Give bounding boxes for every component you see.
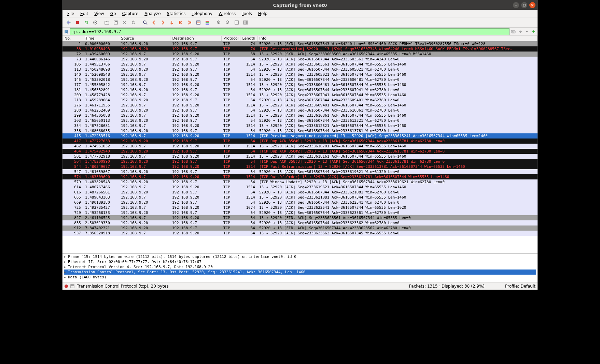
details-tree-item[interactable]: ▸ Ethernet II, Src: 02:00:00:77:77:77, D… (64, 259, 536, 264)
find-button[interactable] (141, 18, 149, 27)
capture-options-button[interactable] (91, 18, 99, 27)
zoom-reset-button[interactable] (233, 18, 241, 27)
packet-row[interactable]: 6651.489643363192.168.9.7192.168.9.20TCP… (62, 195, 538, 200)
packet-row[interactable]: 4151.472253516192.168.9.7192.168.9.20TCP… (62, 133, 538, 139)
bookmark-filter-icon[interactable] (63, 29, 69, 35)
packet-row[interactable]: 5041.478200990192.168.9.20192.168.9.7TCP… (62, 159, 538, 164)
go-forward-button[interactable] (159, 18, 167, 27)
expert-info-icon[interactable] (65, 285, 68, 288)
auto-scroll-button[interactable] (194, 18, 203, 27)
packet-row[interactable]: 10.000000000192.168.9.20192.168.9.7TCP74… (62, 41, 538, 47)
capture-file-icon[interactable] (70, 284, 75, 289)
packet-row[interactable]: 3541.467528681192.168.9.7192.168.9.20TCP… (62, 123, 538, 128)
packet-row[interactable]: 2131.459289684192.168.9.20192.168.9.7TCP… (62, 98, 538, 103)
packet-row[interactable]: 3031.465050113192.168.9.20192.168.9.7TCP… (62, 118, 538, 123)
packet-row[interactable]: 2991.464505088192.168.9.7192.168.9.20TCP… (62, 113, 538, 118)
restart-capture-button[interactable] (82, 18, 90, 27)
packet-row[interactable]: 731.440086146192.168.9.20192.168.9.7TCP5… (62, 57, 538, 62)
packet-row[interactable]: 5741.483309690192.168.9.7192.168.9.20TCP… (62, 174, 538, 179)
zoom-out-button[interactable] (224, 18, 232, 27)
expand-icon[interactable]: ▸ (64, 265, 68, 269)
packet-row[interactable]: 6161.487266561192.168.9.20192.168.9.7TCP… (62, 190, 538, 195)
close-button[interactable] (529, 2, 535, 8)
packet-row[interactable]: 4171.472727033192.168.9.20192.168.9.7TCP… (62, 139, 538, 144)
menu-go[interactable]: Go (108, 11, 119, 17)
packet-row[interactable]: 5441.480549677192.168.9.7192.168.9.20TCP… (62, 164, 538, 169)
go-last-button[interactable] (185, 18, 194, 27)
go-back-button[interactable] (150, 18, 158, 27)
details-tree-item[interactable]: ▸ Frame 415: 1514 bytes on wire (12112 b… (64, 254, 536, 259)
column-header-protocol[interactable]: Protocol (221, 36, 240, 41)
packet-row[interactable]: 6141.486767486192.168.9.7192.168.9.20TCP… (62, 185, 538, 190)
zoom-in-button[interactable] (215, 18, 223, 27)
menu-file[interactable]: File (65, 11, 77, 17)
packet-row[interactable]: 1771.455805842192.168.9.7192.168.9.20TCP… (62, 82, 538, 87)
details-tree-item[interactable]: ▸ Transmission Control Protocol, Src Por… (64, 270, 536, 275)
packet-row[interactable]: 4641.475492940192.168.9.20192.168.9.7TCP… (62, 149, 538, 154)
menu-analyze[interactable]: Analyze (142, 11, 163, 17)
packet-row[interactable]: 721.439460609192.168.9.7192.168.9.20TCP5… (62, 52, 538, 57)
packet-row[interactable]: 1051.449513786192.168.9.7192.168.9.20TCP… (62, 62, 538, 67)
expand-icon[interactable]: ▸ (64, 260, 68, 264)
menu-telephony[interactable]: Telephony (189, 11, 215, 17)
packet-row[interactable]: 7251.492735427192.168.9.7192.168.9.20TCP… (62, 205, 538, 210)
details-tree-item[interactable]: ▸ Internet Protocol Version 4, Src: 192.… (64, 264, 536, 270)
menu-wireless[interactable]: Wireless (216, 11, 238, 17)
packet-row[interactable]: 5011.477702918192.168.9.7192.168.9.20TCP… (62, 154, 538, 159)
column-header-length[interactable]: Length (240, 36, 257, 41)
menu-help[interactable]: Help (255, 11, 270, 17)
packet-row[interactable]: 381.010958493192.168.9.20192.168.9.7TCP7… (62, 46, 538, 52)
go-to-packet-button[interactable] (168, 18, 176, 27)
packet-row[interactable]: 3581.468068035192.168.9.20192.168.9.7TCP… (62, 128, 538, 133)
details-tree-item[interactable]: ▸ Data (1460 bytes) (64, 275, 536, 280)
column-header-source[interactable]: Source (119, 36, 170, 41)
colorize-button[interactable] (203, 18, 211, 27)
packet-row[interactable]: 4621.474951032192.168.9.7192.168.9.20TCP… (62, 144, 538, 149)
menu-tools[interactable]: Tools (239, 11, 255, 17)
menu-statistics[interactable]: Statistics (164, 11, 189, 17)
packet-row[interactable]: 1401.452698548192.168.9.7192.168.9.20TCP… (62, 72, 538, 77)
expand-icon[interactable]: ▸ (64, 270, 68, 274)
go-first-button[interactable] (177, 18, 185, 27)
close-file-button[interactable] (121, 18, 129, 27)
expand-icon[interactable]: ▸ (64, 254, 68, 259)
minimize-button[interactable] (513, 2, 519, 8)
packet-row[interactable]: 8272.461106525192.168.9.7192.168.9.20TCP… (62, 215, 538, 220)
maximize-button[interactable] (521, 2, 527, 8)
packet-row[interactable]: 1811.456332891192.168.9.20192.168.9.7TCP… (62, 87, 538, 92)
menu-capture[interactable]: Capture (119, 11, 141, 17)
packet-list[interactable]: No.TimeSourceDestinationProtocolLengthIn… (62, 36, 538, 253)
clear-filter-button[interactable] (510, 29, 516, 35)
open-file-button[interactable] (103, 18, 111, 27)
resize-columns-button[interactable] (241, 18, 250, 27)
status-right[interactable]: Profile: Default (505, 284, 535, 289)
column-header-no[interactable]: No. (62, 36, 83, 41)
packet-row[interactable]: 5471.481059867192.168.9.20192.168.9.7TCP… (62, 169, 538, 174)
packet-row[interactable]: 9377.856520918192.168.9.7192.168.9.20TCP… (62, 231, 538, 236)
packet-row[interactable]: 7291.493268133192.168.9.20192.168.9.7TCP… (62, 210, 538, 215)
column-header-time[interactable]: Time (83, 36, 119, 41)
packet-row[interactable]: 9127.847402321192.168.9.20192.168.9.7TCP… (62, 225, 538, 231)
menu-view[interactable]: View (92, 11, 107, 17)
packet-row[interactable]: 2091.458779428192.168.9.7192.168.9.20TCP… (62, 92, 538, 98)
packet-row[interactable]: 1451.453392018192.168.9.20192.168.9.7TCP… (62, 77, 538, 82)
display-filter-input[interactable] (70, 28, 510, 35)
menu-edit[interactable]: Edit (78, 11, 91, 17)
column-header-info[interactable]: Info (257, 36, 538, 41)
reload-button[interactable] (129, 18, 138, 27)
packet-row[interactable]: 6691.490189380192.168.9.20192.168.9.7TCP… (62, 200, 538, 205)
packet-row[interactable]: 8352.503019330192.168.9.20192.168.9.7TCP… (62, 220, 538, 225)
packet-row[interactable]: 1131.450248698192.168.9.20192.168.9.7TCP… (62, 67, 538, 72)
stop-capture-button[interactable] (73, 18, 82, 27)
packet-details-pane[interactable]: ▸ Frame 415: 1514 bytes on wire (12112 b… (62, 253, 538, 282)
save-file-button[interactable] (112, 18, 120, 27)
filter-dropdown-button[interactable] (524, 29, 530, 35)
add-filter-button[interactable] (531, 29, 537, 35)
start-capture-button[interactable] (65, 18, 73, 27)
column-header-destination[interactable]: Destination (170, 36, 221, 41)
packet-row[interactable]: 2761.461711935192.168.9.7192.168.9.20TCP… (62, 103, 538, 108)
apply-filter-button[interactable] (517, 29, 523, 35)
expand-icon[interactable]: ▸ (64, 275, 68, 279)
packet-row[interactable]: 2801.462252409192.168.9.20192.168.9.7TCP… (62, 108, 538, 113)
packet-row[interactable]: 5791.483828543192.168.9.20192.168.9.7TCP… (62, 179, 538, 185)
